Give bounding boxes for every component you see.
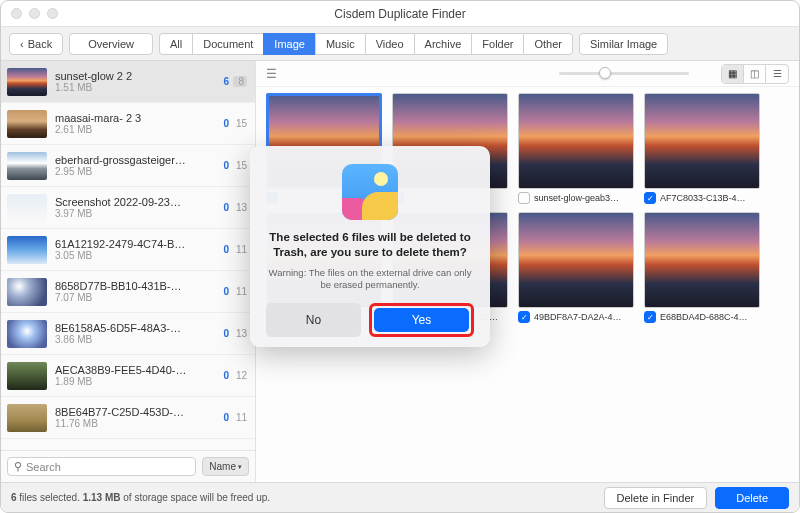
confirm-dialog: The selected 6 files will be deleted to … — [250, 146, 490, 348]
sidebar-item[interactable]: 8E6158A5-6D5F-48A3-… 3.86 MB 0 13 — [1, 313, 255, 355]
tab-all[interactable]: All — [159, 33, 192, 55]
total-count: 12 — [233, 370, 247, 381]
no-button[interactable]: No — [266, 303, 361, 337]
dialog-message: The selected 6 files will be deleted to … — [266, 230, 474, 261]
view-mode-toggle: ▦ ◫ ☰ — [721, 64, 789, 84]
delete-button[interactable]: Delete — [715, 487, 789, 509]
selected-count: 0 — [219, 328, 229, 339]
group-name: 61A12192-2479-4C74-B… — [55, 238, 219, 250]
search-input[interactable]: ⚲ Search — [7, 457, 196, 476]
similar-image-button[interactable]: Similar Image — [579, 33, 668, 55]
tab-document[interactable]: Document — [192, 33, 263, 55]
checkbox[interactable]: ✓ — [518, 311, 530, 323]
selected-count: 0 — [219, 286, 229, 297]
tab-video[interactable]: Video — [365, 33, 414, 55]
thumbnail — [7, 404, 47, 432]
duplicate-group-list[interactable]: sunset-glow 2 2 1.51 MB 6 8 maasai-mara-… — [1, 61, 255, 450]
tab-music[interactable]: Music — [315, 33, 365, 55]
grid-item[interactable]: ✓ E68BDA4D-688C-4… — [644, 212, 760, 323]
group-name: Screenshot 2022-09-23… — [55, 196, 219, 208]
image-thumbnail[interactable] — [518, 212, 634, 308]
tab-image[interactable]: Image — [263, 33, 315, 55]
total-count: 15 — [233, 160, 247, 171]
column-view-icon[interactable]: ◫ — [744, 65, 766, 83]
grid-item[interactable]: ✓ AF7C8033-C13B-4… — [644, 93, 760, 204]
sidebar-item[interactable]: 8BE64B77-C25D-453D-… 11.76 MB 0 11 — [1, 397, 255, 439]
file-name: sunset-glow-geab3… — [534, 193, 619, 203]
file-name: 49BDF8A7-DA2A-4… — [534, 312, 622, 322]
zoom-slider[interactable] — [559, 72, 689, 75]
footer: 6 files selected. 1.13 MB of storage spa… — [1, 482, 799, 512]
total-count: 8 — [233, 76, 247, 87]
selected-count: 0 — [219, 118, 229, 129]
thumbnail — [7, 194, 47, 222]
selected-count: 0 — [219, 160, 229, 171]
group-size: 1.89 MB — [55, 376, 219, 387]
sidebar-item[interactable]: AECA38B9-FEE5-4D40-… 1.89 MB 0 12 — [1, 355, 255, 397]
chevron-left-icon: ‹ — [20, 38, 24, 50]
total-count: 15 — [233, 118, 247, 129]
total-count: 13 — [233, 328, 247, 339]
checkbox[interactable]: ✓ — [644, 311, 656, 323]
image-thumbnail[interactable] — [644, 93, 760, 189]
thumbnail — [7, 362, 47, 390]
thumbnail — [7, 110, 47, 138]
thumbnail — [7, 152, 47, 180]
modal-app-icon — [342, 164, 398, 220]
sidebar-item[interactable]: 8658D77B-BB10-431B-… 7.07 MB 0 11 — [1, 271, 255, 313]
filter-icon[interactable]: ☰ — [266, 67, 277, 81]
total-count: 13 — [233, 202, 247, 213]
toolbar: ‹ Back Overview All Document Image Music… — [1, 27, 799, 61]
selected-count: 6 — [219, 76, 229, 87]
group-size: 2.95 MB — [55, 166, 219, 177]
status-text: 6 files selected. 1.13 MB of storage spa… — [11, 492, 270, 503]
sidebar-item[interactable]: Screenshot 2022-09-23… 3.97 MB 0 13 — [1, 187, 255, 229]
total-count: 11 — [233, 412, 247, 423]
image-thumbnail[interactable] — [518, 93, 634, 189]
sidebar-item[interactable]: sunset-glow 2 2 1.51 MB 6 8 — [1, 61, 255, 103]
checkbox[interactable]: ✓ — [644, 192, 656, 204]
yes-highlight: Yes — [369, 303, 474, 337]
sidebar-item[interactable]: eberhard-grossgasteiger… 2.95 MB 0 15 — [1, 145, 255, 187]
yes-button[interactable]: Yes — [374, 308, 469, 332]
file-name: E68BDA4D-688C-4… — [660, 312, 748, 322]
chevron-down-icon: ▾ — [238, 463, 242, 471]
checkbox[interactable] — [518, 192, 530, 204]
selected-count: 0 — [219, 244, 229, 255]
sidebar-item[interactable]: maasai-mara- 2 3 2.61 MB 0 15 — [1, 103, 255, 145]
group-size: 11.76 MB — [55, 418, 219, 429]
selected-count: 0 — [219, 412, 229, 423]
grid-item[interactable]: ✓ 49BDF8A7-DA2A-4… — [518, 212, 634, 323]
group-name: AECA38B9-FEE5-4D40-… — [55, 364, 219, 376]
group-size: 1.51 MB — [55, 82, 219, 93]
tab-other[interactable]: Other — [523, 33, 573, 55]
search-placeholder: Search — [26, 461, 61, 473]
thumbnail — [7, 236, 47, 264]
delete-in-finder-button[interactable]: Delete in Finder — [604, 487, 708, 509]
overview-button[interactable]: Overview — [69, 33, 153, 55]
grid-view-icon[interactable]: ▦ — [722, 65, 744, 83]
group-name: 8BE64B77-C25D-453D-… — [55, 406, 219, 418]
group-size: 3.05 MB — [55, 250, 219, 261]
group-name: 8E6158A5-6D5F-48A3-… — [55, 322, 219, 334]
thumbnail — [7, 68, 47, 96]
category-tabs: All Document Image Music Video Archive F… — [159, 33, 573, 55]
dialog-warning: Warning: The files on the external drive… — [266, 267, 474, 292]
group-size: 7.07 MB — [55, 292, 219, 303]
back-button[interactable]: ‹ Back — [9, 33, 63, 55]
group-size: 3.97 MB — [55, 208, 219, 219]
group-size: 3.86 MB — [55, 334, 219, 345]
group-name: eberhard-grossgasteiger… — [55, 154, 219, 166]
sidebar-item[interactable]: 61A12192-2479-4C74-B… 3.05 MB 0 11 — [1, 229, 255, 271]
list-view-icon[interactable]: ☰ — [766, 65, 788, 83]
tab-folder[interactable]: Folder — [471, 33, 523, 55]
grid-item[interactable]: sunset-glow-geab3… — [518, 93, 634, 204]
group-name: maasai-mara- 2 3 — [55, 112, 219, 124]
total-count: 11 — [233, 286, 247, 297]
search-icon: ⚲ — [14, 460, 22, 473]
tab-archive[interactable]: Archive — [414, 33, 472, 55]
image-thumbnail[interactable] — [644, 212, 760, 308]
sort-dropdown[interactable]: Name ▾ — [202, 457, 249, 476]
selected-count: 0 — [219, 202, 229, 213]
group-size: 2.61 MB — [55, 124, 219, 135]
